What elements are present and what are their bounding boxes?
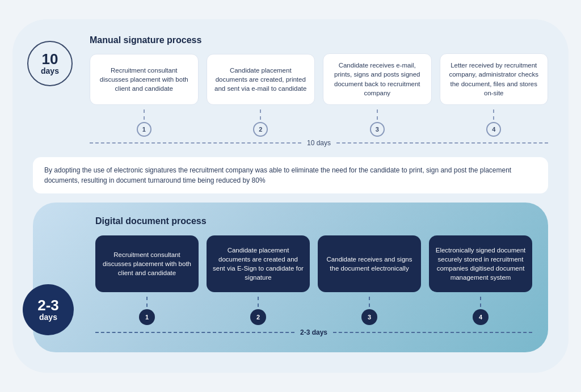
digital-days-badge: 2-3 days [23,284,74,335]
digital-section: Digital document process 2-3 days Recrui… [33,203,548,352]
digital-timeline-label: 2-3 days [297,328,331,336]
manual-days-badge: 10 days [27,41,73,86]
manual-dot-line-4 [493,109,494,120]
manual-days-label: days [41,66,59,75]
digital-stepnum-3: 3 [318,297,421,325]
digital-step-1: Recruitment consultant discusses placeme… [95,235,199,292]
digital-step-numbers: 1 2 3 4 [95,297,532,325]
digital-circle-2: 2 [250,309,266,325]
manual-circle-3: 3 [370,122,385,137]
manual-steps-row: Recruitment consultant discusses placeme… [90,53,548,104]
manual-step-numbers: 1 2 3 4 [90,109,548,137]
digital-stepnum-4: 4 [429,297,532,325]
manual-timeline-dash-right [336,142,548,144]
digital-dot-line-3 [369,297,370,307]
manual-step-1: Recruitment consultant discusses placeme… [90,54,199,105]
digital-days-label: days [39,313,57,322]
manual-stepnum-1: 1 [90,109,199,137]
digital-circle-1: 1 [139,309,155,325]
digital-circle-4: 4 [473,309,489,325]
manual-step-3: Candidate receives e-mail, prints, signs… [323,53,432,104]
manual-timeline-label: 10 days [304,139,334,147]
digital-stepnum-1: 1 [95,297,199,325]
digital-step-4: Electronically signed document securely … [429,235,532,292]
middle-text: By adopting the use of electronic signat… [33,157,548,193]
manual-section: Manual signature process 10 days Recruit… [33,35,548,146]
manual-dot-line-3 [377,109,378,120]
digital-timeline: 2-3 days [95,328,532,336]
manual-timeline-dash-left [90,142,301,144]
main-container: Manual signature process 10 days Recruit… [12,19,569,372]
digital-timeline-dash-right [333,332,532,333]
digital-circle-3: 3 [361,309,377,325]
digital-dot-line-1 [146,297,148,307]
manual-dot-line-1 [144,109,145,120]
manual-circle-1: 1 [137,122,151,137]
digital-steps-row: Recruitment consultant discusses placeme… [95,235,532,292]
manual-title: Manual signature process [90,35,548,45]
manual-timeline: 10 days [90,139,548,147]
manual-step-4: Letter received by recruitment company, … [440,53,549,104]
digital-title: Digital document process [95,216,532,226]
manual-dot-line-2 [260,109,261,120]
manual-stepnum-4: 4 [440,109,549,137]
manual-circle-4: 4 [486,122,501,137]
digital-step-2: Candidate placement documents are create… [207,235,310,292]
digital-dot-line-2 [258,297,259,307]
manual-days-num: 10 [42,52,58,66]
digital-timeline-dash-left [95,332,294,333]
manual-step-2: Candidate placement documents are create… [207,54,315,105]
digital-dot-line-4 [480,297,481,307]
manual-stepnum-3: 3 [323,109,432,137]
digital-stepnum-2: 2 [207,297,310,325]
manual-stepnum-2: 2 [207,109,315,137]
manual-circle-2: 2 [253,122,268,137]
middle-text-content: By adopting the use of electronic signat… [44,166,511,184]
digital-days-num: 2-3 [37,298,59,313]
digital-step-3: Candidate receives and signs the documen… [318,235,421,292]
